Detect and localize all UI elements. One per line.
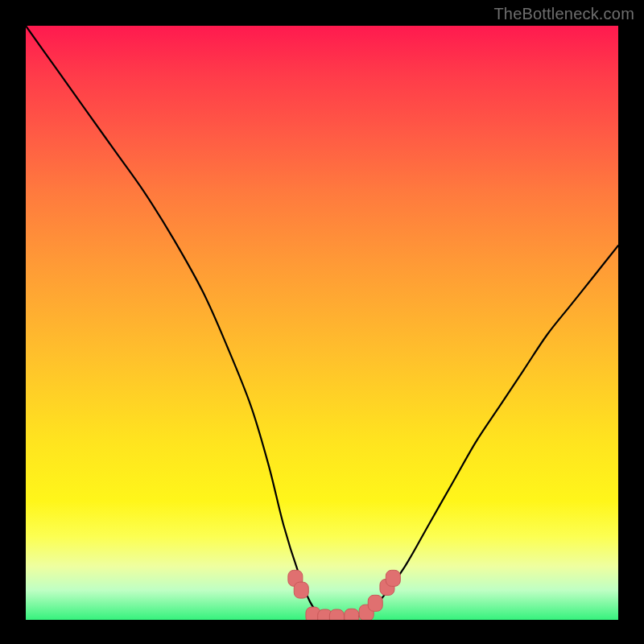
plot-area — [26, 26, 618, 620]
bottleneck-curve — [26, 26, 618, 620]
chart-svg — [26, 26, 618, 620]
curve-marker — [294, 582, 308, 598]
curve-marker — [345, 609, 359, 620]
marker-group — [288, 570, 400, 620]
curve-marker — [329, 609, 344, 620]
curve-marker — [368, 595, 382, 611]
watermark-text: TheBottleneck.com — [493, 5, 634, 23]
curve-marker — [386, 570, 400, 586]
chart-frame: TheBottleneck.com — [0, 0, 644, 644]
